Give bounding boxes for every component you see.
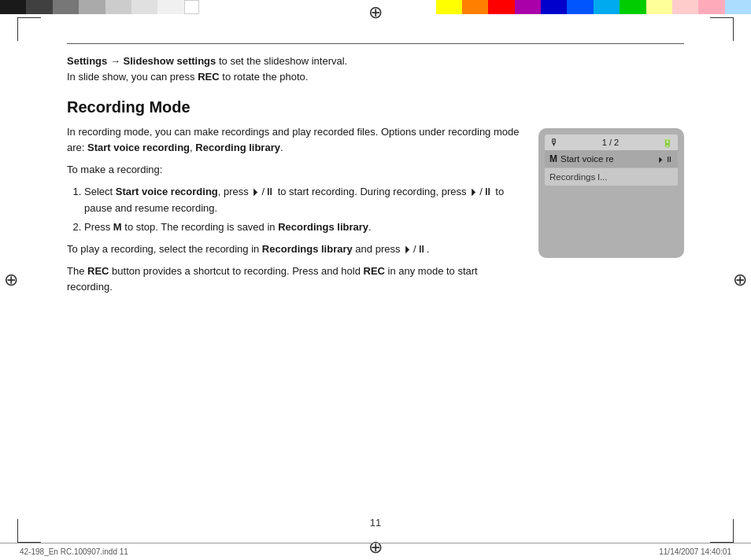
menu-item-start-voice: M Start voice re ⏵⏸ [545,150,678,168]
intro-arrow: → [110,55,124,67]
swatch-orange [462,0,488,14]
intro-line1-rest: to set the slideshow interval. [219,55,347,67]
menu-start-text: Start voice re [560,154,654,164]
step2-bold-m: M [113,221,122,233]
para3-start: To play a recording, select the recordin… [67,243,262,255]
para4-middle: button provides a shortcut to recording.… [109,265,363,277]
step1-text-before: Select [84,186,116,197]
step2-text-middle: to stop. The recording is saved in [122,221,278,233]
section-paragraph2: To make a recording: [67,162,523,178]
para3-end: and press ⏵/⏸. [353,243,430,255]
para4-rec1: REC [87,265,109,277]
para1-period: . [280,142,283,153]
swatch-white [184,0,199,14]
status-left: 🎙 [549,137,559,148]
footer-bar: 42-198_En RC.100907.indd 11 11/14/2007 1… [0,543,751,560]
swatch-blue [541,0,567,14]
menu-item-recordings: Recordings l... [545,168,678,186]
battery-icon: 🔋 [662,138,673,147]
swatch-palered [672,0,698,14]
battery-area: 🔋 [662,138,673,148]
device-mockup: 🎙 1 / 2 🔋 M Start voice re [538,128,684,258]
swatch-yellow [436,0,462,14]
screen-status-bar: 🎙 1 / 2 🔋 [545,134,678,150]
swatch-cornblue [567,0,593,14]
content-area: In recording mode, you can make recordin… [67,124,684,301]
counter-text: 1 / 2 [602,138,619,147]
intro-rec: REC [198,71,219,83]
step2-text-press: Press [84,221,113,233]
corner-mark-bl [17,519,41,543]
swatch-lightergray [131,0,157,14]
corner-mark-tl [17,17,41,41]
intro-line2-start: In slide show, you can press [67,71,198,83]
corner-mark-tr [710,17,734,41]
swatch-green [620,0,646,14]
swatch-black [0,0,26,14]
crosshair-right-center: ⊕ [733,271,747,289]
swatch-pink [698,0,724,14]
crosshair-top-center: ⊕ [368,4,383,21]
para1-bold1: Start voice recording [87,142,190,153]
swatch-cyan [594,0,620,14]
steps-list: Select Start voice recording, press ⏵/⏸ … [84,184,523,234]
step1-bold: Start voice recording [116,186,218,197]
section-paragraph1: In recording mode, you can make recordin… [67,124,523,156]
step-1: Select Start voice recording, press ⏵/⏸ … [84,184,523,216]
swatch-gray [53,0,79,14]
para3-bold: Recordings library [262,243,353,255]
intro-paragraph: Settings → Slideshow settings to set the… [67,53,684,84]
footer-left-text: 42-198_En RC.100907.indd 11 [20,547,128,556]
page-number: 11 [370,517,381,529]
status-counter: 1 / 2 [602,138,619,147]
intro-settings-bold: Settings [67,55,107,67]
menu-play-icon: ⏵⏸ [657,155,673,164]
menu-m-label: M [549,153,557,164]
swatch-darkgray [26,0,52,14]
swatch-paleyellow [646,0,672,14]
menu-recordings-text: Recordings l... [549,172,608,182]
step-2: Press M to stop. The recording is saved … [84,219,523,235]
intro-slideshow-bold: Slideshow settings [124,55,216,67]
main-content: Settings → Slideshow settings to set the… [67,43,684,517]
intro-line2-end: to rotate the photo. [220,71,309,83]
text-column: In recording mode, you can make recordin… [67,124,523,301]
swatch-paleblue [725,0,751,14]
bar-gap [199,0,436,14]
section-title: Recording Mode [67,98,684,116]
section-paragraph3: To play a recording, select the recordin… [67,241,523,257]
corner-mark-br [710,519,734,543]
para4-start: The [67,265,87,277]
top-divider [67,43,684,44]
section-paragraph4: The REC button provides a shortcut to re… [67,263,523,295]
crosshair-left-center: ⊕ [4,271,18,289]
para4-rec2: REC [364,265,385,277]
mic-icon: 🎙 [549,137,559,148]
device-screen: 🎙 1 / 2 🔋 M Start voice re [545,134,678,186]
swatch-nearwhite [157,0,183,14]
swatch-medgray [79,0,105,14]
step2-bold-lib: Recordings library [278,221,368,233]
swatch-magenta [515,0,541,14]
step2-period: . [368,221,372,233]
footer-right-text: 11/14/2007 14:40:01 [659,547,731,556]
screen-menu: M Start voice re ⏵⏸ Recordings l... [545,150,678,186]
device-image-column: 🎙 1 / 2 🔋 M Start voice re [538,128,684,258]
para1-bold2: Recording library [195,142,280,153]
swatch-lightgray [105,0,131,14]
swatch-red [488,0,514,14]
